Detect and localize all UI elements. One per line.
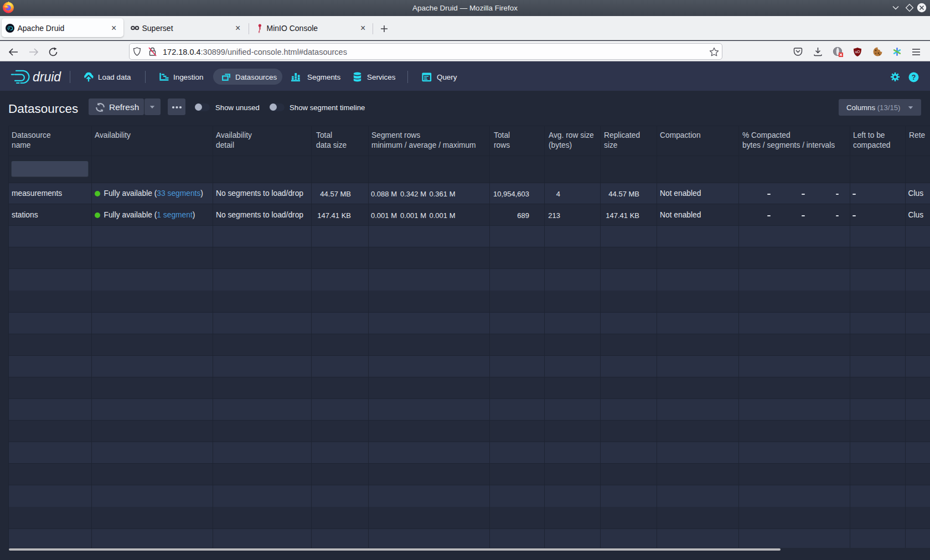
svg-text:?: ? xyxy=(912,74,916,81)
svg-text:uO: uO xyxy=(855,50,860,54)
